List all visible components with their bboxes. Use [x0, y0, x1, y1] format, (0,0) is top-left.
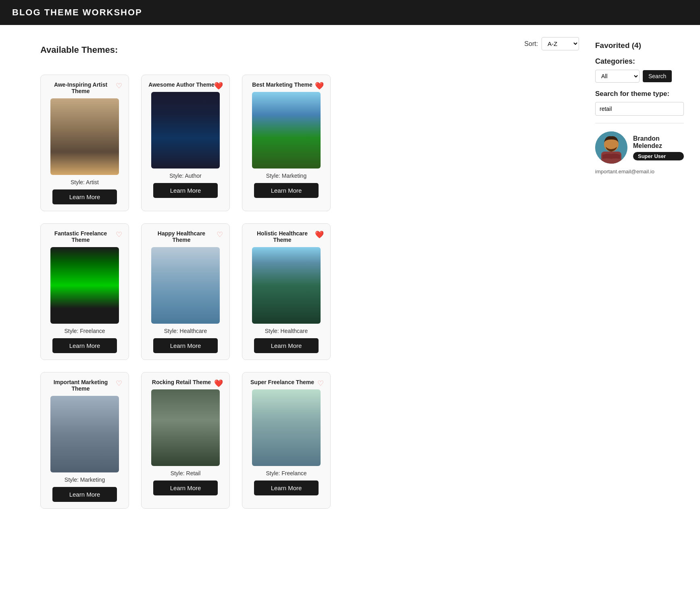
- search-theme-type-label: Search for theme type:: [595, 90, 684, 98]
- heart-icon[interactable]: ❤️: [214, 379, 223, 388]
- style-label: Style: Author: [169, 173, 201, 179]
- heart-icon[interactable]: ♡: [116, 230, 122, 239]
- theme-image: [151, 247, 220, 324]
- theme-name: Rocking Retail Theme: [148, 379, 223, 385]
- theme-card-8: Rocking Retail Theme❤️Style: RetailLearn…: [141, 372, 230, 509]
- sort-area: Sort: A-Z Z-A Newest Oldest: [524, 37, 579, 50]
- heart-icon[interactable]: ❤️: [214, 81, 223, 90]
- learn-more-button[interactable]: Learn More: [52, 487, 117, 502]
- learn-more-button[interactable]: Learn More: [254, 183, 319, 198]
- theme-card-header: Awe-Inspiring Artist Theme♡: [47, 81, 122, 94]
- user-email: important.email@email.io: [595, 168, 654, 175]
- avatar: [595, 131, 627, 164]
- theme-name: Best Marketing Theme: [249, 81, 324, 88]
- theme-card-1: Awe-Inspiring Artist Theme♡Style: Artist…: [40, 75, 129, 211]
- theme-image: [151, 92, 220, 168]
- theme-card-2: Awesome Author Theme❤️Style: AuthorLearn…: [141, 75, 230, 211]
- theme-card-header: Holistic Healthcare Theme❤️: [249, 230, 324, 243]
- learn-more-button[interactable]: Learn More: [254, 338, 319, 353]
- style-label: Style: Freelance: [64, 328, 105, 334]
- style-label: Style: Freelance: [266, 470, 306, 476]
- super-user-badge: Super User: [633, 152, 684, 160]
- user-profile-row: Brandon Melendez Super User: [595, 131, 684, 164]
- top-bar: Available Themes: Sort: A-Z Z-A Newest O…: [40, 37, 579, 62]
- heart-icon[interactable]: ♡: [317, 379, 324, 388]
- theme-card-header: Happy Healthcare Theme♡: [148, 230, 223, 243]
- available-themes-label: Available Themes:: [40, 45, 118, 55]
- style-label: Style: Healthcare: [164, 328, 207, 334]
- user-info: Brandon Melendez Super User: [633, 135, 684, 160]
- theme-card-3: Best Marketing Theme❤️Style: MarketingLe…: [242, 75, 331, 211]
- style-label: Style: Marketing: [266, 173, 306, 179]
- themes-grid: Awe-Inspiring Artist Theme♡Style: Artist…: [40, 75, 579, 509]
- theme-image: [151, 389, 220, 466]
- sidebar: Favorited (4) Categories: All Artist Aut…: [595, 37, 684, 525]
- sort-select[interactable]: A-Z Z-A Newest Oldest: [542, 37, 579, 50]
- style-label: Style: Healthcare: [265, 328, 308, 334]
- theme-image: [252, 92, 321, 168]
- theme-card-header: Best Marketing Theme❤️: [249, 81, 324, 88]
- learn-more-button[interactable]: Learn More: [52, 189, 117, 204]
- main-container: Available Themes: Sort: A-Z Z-A Newest O…: [0, 25, 700, 537]
- learn-more-button[interactable]: Learn More: [52, 338, 117, 353]
- learn-more-button[interactable]: Learn More: [153, 481, 218, 495]
- style-label: Style: Marketing: [65, 476, 105, 483]
- heart-icon[interactable]: ❤️: [315, 81, 324, 90]
- heart-icon[interactable]: ♡: [116, 379, 122, 388]
- sidebar-divider: [595, 123, 684, 123]
- theme-image: [50, 98, 119, 175]
- theme-image: [252, 247, 321, 324]
- theme-name: Awesome Author Theme: [148, 81, 223, 88]
- theme-card-header: Rocking Retail Theme❤️: [148, 379, 223, 385]
- theme-image: [50, 247, 119, 324]
- categories-search-button[interactable]: Search: [643, 70, 672, 82]
- theme-image: [50, 396, 119, 472]
- heart-icon[interactable]: ♡: [116, 81, 122, 90]
- categories-label: Categories:: [595, 57, 684, 66]
- learn-more-button[interactable]: Learn More: [153, 338, 218, 353]
- search-input[interactable]: [595, 102, 684, 116]
- theme-image: [252, 389, 321, 466]
- sort-label: Sort:: [524, 40, 538, 48]
- style-label: Style: Artist: [71, 179, 99, 185]
- theme-name: Happy Healthcare Theme: [148, 230, 223, 243]
- style-label: Style: Retail: [171, 470, 201, 476]
- heart-icon[interactable]: ❤️: [315, 230, 324, 239]
- theme-card-header: Super Freelance Theme♡: [249, 379, 324, 385]
- favorited-count: Favorited (4): [595, 41, 684, 50]
- theme-card-header: Important Marketing Theme♡: [47, 379, 122, 392]
- theme-name: Important Marketing Theme: [47, 379, 122, 392]
- categories-select[interactable]: All Artist Author Marketing Freelance He…: [595, 70, 640, 83]
- theme-card-5: Happy Healthcare Theme♡Style: Healthcare…: [141, 223, 230, 360]
- theme-card-6: Holistic Healthcare Theme❤️Style: Health…: [242, 223, 331, 360]
- learn-more-button[interactable]: Learn More: [153, 183, 218, 198]
- content-area: Available Themes: Sort: A-Z Z-A Newest O…: [40, 37, 579, 525]
- learn-more-button[interactable]: Learn More: [254, 481, 319, 495]
- user-profile: Brandon Melendez Super User important.em…: [595, 131, 684, 175]
- theme-name: Holistic Healthcare Theme: [249, 230, 324, 243]
- categories-row: All Artist Author Marketing Freelance He…: [595, 70, 684, 83]
- theme-card-4: Fantastic Freelance Theme♡Style: Freelan…: [40, 223, 129, 360]
- theme-name: Awe-Inspiring Artist Theme: [47, 81, 122, 94]
- theme-card-7: Important Marketing Theme♡Style: Marketi…: [40, 372, 129, 509]
- theme-card-header: Awesome Author Theme❤️: [148, 81, 223, 88]
- theme-name: Super Freelance Theme: [249, 379, 324, 385]
- user-name: Brandon Melendez: [633, 135, 684, 150]
- theme-card-header: Fantastic Freelance Theme♡: [47, 230, 122, 243]
- theme-name: Fantastic Freelance Theme: [47, 230, 122, 243]
- theme-card-9: Super Freelance Theme♡Style: FreelanceLe…: [242, 372, 331, 509]
- site-title: BLOG THEME WORKSHOP: [12, 7, 142, 18]
- site-header: BLOG THEME WORKSHOP: [0, 0, 700, 25]
- heart-icon[interactable]: ♡: [217, 230, 223, 239]
